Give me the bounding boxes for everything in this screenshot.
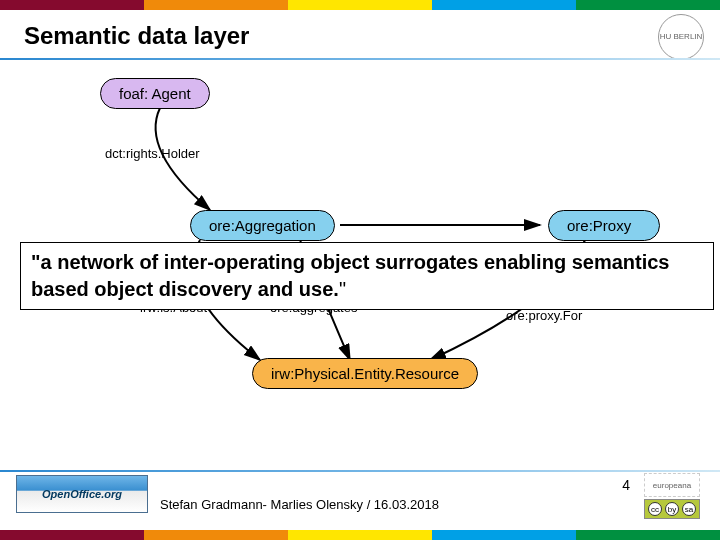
semantic-diagram: foaf: Agent ore:Aggregation ore:Proxy ir… — [0, 60, 720, 470]
university-seal-icon: HU BERLIN — [658, 14, 704, 60]
footer-rule — [0, 470, 720, 472]
page-title: Semantic data layer — [24, 22, 249, 50]
quote-tail: " — [339, 278, 346, 300]
bottom-color-bar — [0, 530, 720, 540]
node-foaf-agent: foaf: Agent — [100, 78, 210, 109]
node-ore-proxy: ore:Proxy — [548, 210, 660, 241]
edge-rightsholder-label: dct:rights.Holder — [105, 146, 200, 161]
node-irw-physical-entity: irw:Physical.Entity.Resource — [252, 358, 478, 389]
europeana-logo: europeana — [644, 473, 700, 497]
top-color-bar — [0, 0, 720, 10]
node-ore-aggregation: ore:Aggregation — [190, 210, 335, 241]
cc-license-icon: ccbysa — [644, 499, 700, 519]
quote-callout: "a network of inter-operating object sur… — [20, 242, 714, 310]
footer-credit: Stefan Gradmann- Marlies Olensky / 16.03… — [160, 497, 439, 512]
quote-text: "a network of inter-operating object sur… — [31, 251, 670, 300]
page-number: 4 — [622, 477, 630, 493]
footer: OpenOffice.org Stefan Gradmann- Marlies … — [0, 475, 720, 530]
openoffice-logo: OpenOffice.org — [16, 475, 148, 513]
edge-proxyfor-label: ore:proxy.For — [506, 308, 582, 323]
